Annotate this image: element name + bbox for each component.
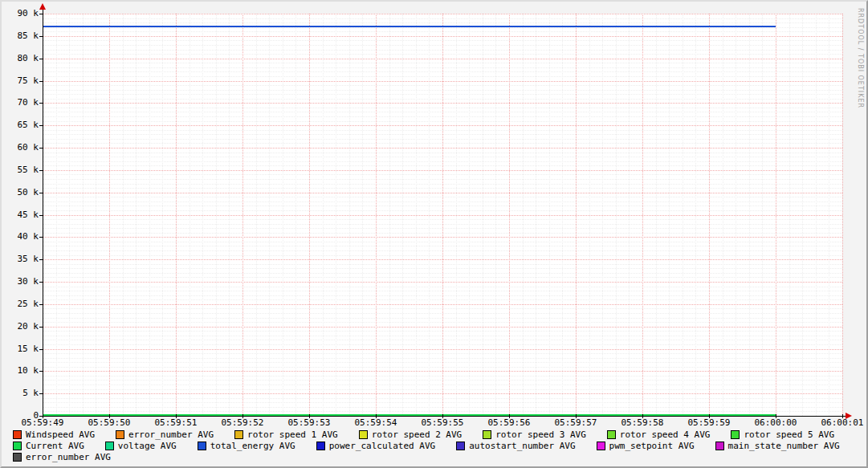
x-tick-label: 05:59:56 (477, 418, 541, 428)
rrdtool-graph: RRDTOOL / TOBI OETIKER Windspeed AVGerro… (0, 0, 868, 468)
legend-item: main_state_number AVG (715, 441, 840, 451)
x-tick (576, 414, 577, 418)
x-tick-label: 05:59:59 (677, 418, 741, 428)
legend-item: power_calculated AVG (316, 441, 435, 451)
x-tick (109, 414, 110, 418)
x-tick-label: 05:59:50 (77, 418, 141, 428)
y-tick-label: 25 k (3, 299, 39, 309)
x-tick-label: 05:59:58 (610, 418, 674, 428)
legend-swatch (316, 442, 325, 450)
y-tick (39, 304, 43, 305)
grid-major-v (576, 14, 577, 416)
y-tick (39, 59, 43, 59)
x-tick-label: 05:59:49 (10, 418, 75, 428)
legend-item: Windspeed AVG (13, 429, 95, 440)
y-tick (39, 14, 43, 14)
y-tick-label: 30 k (3, 277, 39, 287)
legend-swatch (456, 442, 465, 450)
legend-item: autostart_number AVG (456, 441, 575, 451)
y-axis-line (43, 9, 43, 417)
grid-major-v (842, 14, 843, 416)
y-tick-label: 40 k (3, 232, 39, 242)
legend-label: rotor speed 2 AVG (372, 429, 463, 440)
legend-label: Windspeed AVG (26, 429, 95, 440)
y-tick (39, 215, 43, 216)
legend-swatch (607, 430, 616, 439)
legend-swatch (13, 430, 22, 439)
legend-label: rotor speed 1 AVG (247, 429, 338, 440)
legend-label: error_number AVG (128, 429, 214, 440)
legend-label: power_calculated AVG (329, 441, 435, 451)
x-tick (176, 414, 177, 418)
legend: Windspeed AVGerror_number AVGrotor speed… (13, 429, 862, 462)
y-tick-label: 90 k (3, 9, 39, 18)
legend-item: error_number AVG (116, 429, 214, 440)
legend-label: voltage AVG (118, 441, 177, 451)
legend-swatch (198, 442, 206, 450)
legend-swatch (597, 442, 605, 450)
y-tick (39, 237, 43, 238)
x-tick (376, 414, 377, 418)
y-tick-label: 50 k (3, 188, 39, 197)
x-tick (642, 414, 643, 418)
series-line-total_energy-AVG (43, 26, 776, 27)
x-tick (842, 414, 843, 418)
legend-item: total_energy AVG (198, 441, 295, 451)
legend-label: rotor speed 5 AVG (744, 429, 834, 440)
legend-label: pwm_setpoint AVG (609, 441, 695, 451)
y-tick-label: 55 k (3, 165, 39, 175)
y-tick-label: 5 k (3, 389, 39, 398)
x-tick-label: 06:00:00 (744, 418, 808, 428)
grid-major-v (709, 14, 710, 416)
x-tick (43, 414, 43, 418)
legend-swatch (483, 430, 491, 439)
legend-swatch (715, 442, 724, 450)
y-tick (39, 349, 43, 350)
legend-swatch (359, 430, 368, 439)
legend-label: rotor speed 3 AVG (495, 429, 586, 440)
x-tick-label: 06:00:01 (810, 418, 868, 428)
y-tick (39, 103, 43, 104)
legend-label: Current AVG (26, 441, 84, 451)
x-tick-label: 05:59:57 (544, 418, 608, 428)
x-tick (509, 414, 510, 418)
y-tick-label: 70 k (3, 98, 39, 108)
x-tick (309, 414, 310, 418)
y-tick (39, 193, 43, 193)
legend-label: error_number AVG (26, 452, 111, 462)
legend-swatch (731, 430, 740, 439)
grid-major-v (176, 14, 177, 416)
grid-major-v (776, 14, 776, 416)
legend-item: rotor speed 1 AVG (234, 429, 338, 440)
x-tick-label: 05:59:54 (344, 418, 408, 428)
legend-swatch (116, 430, 124, 439)
y-tick-label: 10 k (3, 366, 39, 376)
y-tick-label: 60 k (3, 143, 39, 153)
grid-major-v (442, 14, 443, 416)
y-tick (39, 393, 43, 394)
legend-item: rotor speed 5 AVG (731, 429, 834, 440)
y-tick-label: 80 k (3, 54, 39, 63)
y-tick (39, 170, 43, 171)
legend-item: rotor speed 2 AVG (359, 429, 463, 440)
y-tick (39, 327, 43, 328)
y-tick (39, 36, 43, 37)
y-tick-label: 65 k (3, 120, 39, 130)
legend-swatch (13, 453, 22, 462)
legend-item: rotor speed 3 AVG (483, 429, 586, 440)
y-tick (39, 148, 43, 149)
legend-item: voltage AVG (105, 441, 177, 451)
grid-major-v (309, 14, 310, 416)
y-tick (39, 81, 43, 82)
grid-major-v (242, 14, 243, 416)
x-tick-label: 05:59:52 (210, 418, 275, 428)
legend-label: rotor speed 4 AVG (620, 429, 711, 440)
watermark: RRDTOOL / TOBI OETIKER (857, 8, 864, 108)
legend-label: total_energy AVG (210, 441, 295, 451)
legend-item: Current AVG (13, 441, 84, 451)
y-tick-label: 45 k (3, 210, 39, 220)
x-tick-label: 05:59:51 (144, 418, 208, 428)
y-tick (39, 259, 43, 260)
legend-label: autostart_number AVG (469, 441, 575, 451)
legend-label: main_state_number AVG (728, 441, 840, 451)
